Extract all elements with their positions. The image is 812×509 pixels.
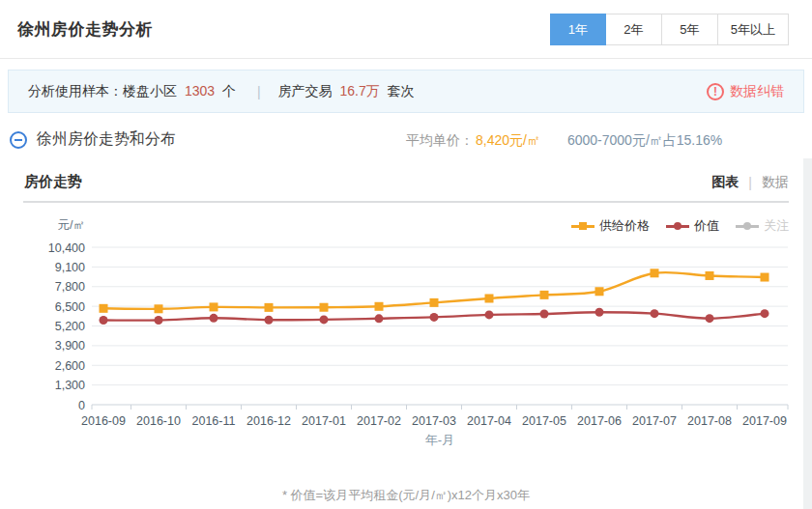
y-tick-label: 7,800 xyxy=(55,280,85,294)
section-header: 徐州房价走势和分布 平均单价： 8,420元/㎡ 6000-7000元/㎡占15… xyxy=(0,113,812,158)
view-tab-data[interactable]: 数据 xyxy=(762,174,789,191)
supply-price-point xyxy=(265,303,274,312)
correction-label: 数据纠错 xyxy=(730,83,784,100)
supply-price-point xyxy=(595,287,604,296)
value-legend-marker-icon xyxy=(666,221,689,231)
x-tick-label: 2016-10 xyxy=(136,414,181,428)
stat-value: 16.7万 xyxy=(339,83,379,99)
sample-stat-transactions: 房产交易 16.7万 套次 xyxy=(278,83,419,100)
chart-panel: 房价走势 图表|数据 供给价格价值关注 01,3002,6003,9005,20… xyxy=(0,158,812,504)
supply-price-legend-marker-icon xyxy=(571,221,594,231)
legend-item-supply-price[interactable]: 供给价格 xyxy=(571,217,650,235)
view-tab-chart[interactable]: 图表 xyxy=(711,174,739,191)
x-tick-label: 2017-09 xyxy=(742,414,787,428)
value-point xyxy=(265,316,274,325)
price-trend-chart: 01,3002,6003,9005,2006,5007,8009,10010,4… xyxy=(39,215,802,459)
supply-price-point xyxy=(100,304,108,313)
legend-item-value[interactable]: 价值 xyxy=(666,217,719,235)
x-tick-label: 2016-12 xyxy=(246,414,291,428)
panel-header: 房价走势 图表|数据 xyxy=(23,158,789,201)
distribution-stat: 6000-7000元/㎡占15.16% xyxy=(567,132,722,150)
x-tick-label: 2016-11 xyxy=(192,414,236,428)
supply-price-point xyxy=(706,271,714,280)
value-point xyxy=(540,309,549,318)
supply-price-point xyxy=(430,298,439,307)
supply-price-point xyxy=(210,302,218,311)
supply-price-point xyxy=(540,291,549,299)
value-point xyxy=(210,314,218,323)
y-tick-label: 2,600 xyxy=(55,359,85,373)
y-tick-label: 10,400 xyxy=(48,241,85,255)
value-point xyxy=(761,309,769,318)
value-point xyxy=(651,309,659,318)
supply-price-point xyxy=(320,303,329,312)
value-point xyxy=(320,315,329,324)
y-tick-label: 9,100 xyxy=(55,261,85,274)
x-tick-label: 2017-05 xyxy=(522,414,566,428)
x-tick-label: 2017-01 xyxy=(302,414,346,428)
x-tick-label: 2017-04 xyxy=(467,414,511,428)
value-point xyxy=(430,313,439,322)
legend-label: 关注 xyxy=(764,217,789,235)
chart-area: 供给价格价值关注 01,3002,6003,9005,2006,5007,800… xyxy=(39,215,802,463)
data-correction-button[interactable]: ! 数据纠错 xyxy=(707,83,784,100)
panel-title: 房价走势 xyxy=(24,173,82,191)
supply-price-point xyxy=(155,304,163,313)
attention-legend-marker-icon xyxy=(736,221,759,231)
avg-price-label: 平均单价： xyxy=(406,132,474,150)
stat-separator: | xyxy=(257,84,261,99)
period-tab-2y[interactable]: 2年 xyxy=(606,14,662,45)
y-axis-unit: 元/㎡ xyxy=(58,218,85,232)
supply-price-point xyxy=(761,273,769,282)
x-tick-label: 2017-06 xyxy=(577,414,622,428)
y-tick-label: 5,200 xyxy=(55,320,85,333)
avg-price-value: 8,420元/㎡ xyxy=(476,132,540,150)
y-tick-label: 3,900 xyxy=(55,339,85,353)
value-point xyxy=(375,314,384,323)
x-axis-title: 年-月 xyxy=(425,433,454,447)
legend-label: 价值 xyxy=(694,217,719,235)
footnote: * 价值=该月平均租金(元/月/㎡)x12个月x30年 xyxy=(23,487,789,504)
sample-bar: 分析使用样本： 楼盘小区 1303 个 | 房产交易 16.7万 套次 ! 数据… xyxy=(8,70,804,113)
view-tabs: 图表|数据 xyxy=(711,174,789,191)
sample-label: 分析使用样本： xyxy=(28,83,123,100)
value-point xyxy=(595,308,604,317)
period-tab-5y-plus[interactable]: 5年以上 xyxy=(718,14,789,45)
supply-price-point xyxy=(375,302,384,311)
collapse-minus-icon[interactable] xyxy=(10,131,27,149)
sample-stat-communities: 楼盘小区 1303 个 xyxy=(123,83,240,100)
section-title: 徐州房价走势和分布 xyxy=(37,129,176,150)
value-point xyxy=(155,316,163,325)
chart-legend: 供给价格价值关注 xyxy=(571,217,789,235)
value-point xyxy=(485,310,494,319)
value-point xyxy=(100,316,108,325)
legend-label: 供给价格 xyxy=(599,217,650,235)
x-tick-label: 2017-02 xyxy=(357,414,401,428)
x-tick-label: 2017-07 xyxy=(632,414,677,428)
header: 徐州房价走势分析 1年2年5年5年以上 xyxy=(0,0,812,59)
y-tick-label: 6,500 xyxy=(55,300,85,314)
stat-value: 1303 xyxy=(185,83,215,99)
period-tab-1y[interactable]: 1年 xyxy=(550,14,606,45)
page-background-gutter xyxy=(803,158,812,509)
stat-unit: 套次 xyxy=(388,83,415,99)
stat-prefix: 房产交易 xyxy=(278,83,333,99)
stat-prefix: 楼盘小区 xyxy=(123,83,177,99)
y-tick-label: 1,300 xyxy=(55,379,85,392)
exclamation-circle-icon: ! xyxy=(707,83,724,100)
period-tab-5y[interactable]: 5年 xyxy=(662,14,718,45)
x-tick-label: 2016-09 xyxy=(81,414,126,428)
panel-divider xyxy=(23,201,789,203)
legend-item-attention[interactable]: 关注 xyxy=(736,217,789,235)
x-tick-label: 2017-08 xyxy=(687,414,732,428)
value-point xyxy=(706,314,714,323)
page-title: 徐州房价走势分析 xyxy=(17,18,153,41)
supply-price-point xyxy=(485,294,494,302)
x-tick-label: 2017-03 xyxy=(412,414,456,428)
view-tab-separator: | xyxy=(748,175,752,190)
period-tabs: 1年2年5年5年以上 xyxy=(550,14,789,45)
section-stats: 平均单价： 8,420元/㎡ 6000-7000元/㎡占15.16% xyxy=(406,132,722,150)
y-tick-label: 0 xyxy=(78,399,85,412)
supply-price-point xyxy=(651,269,659,277)
stat-unit: 个 xyxy=(222,83,236,99)
